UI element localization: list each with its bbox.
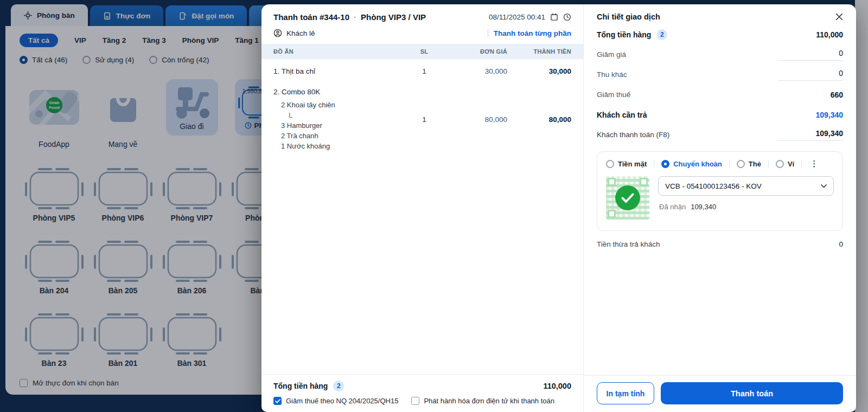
- bill-total-value: 110,000: [543, 382, 571, 390]
- amount-due-label: Khách cần trả: [597, 111, 647, 119]
- pay-button[interactable]: Thanh toán: [661, 382, 843, 404]
- method-label: Chuyển khoản: [673, 160, 722, 168]
- transaction-details-panel: Chi tiết giao dịch Tổng tiền hàng 2 110,…: [584, 4, 856, 412]
- item-name: 1. Thịt ba chỉ: [273, 67, 405, 75]
- chevron-down-icon: [821, 184, 827, 188]
- payment-title: Thanh toán #344-10: [273, 12, 349, 22]
- print-provisional-button[interactable]: In tạm tính: [597, 382, 654, 404]
- divider: [729, 160, 730, 168]
- radio-dot: [776, 160, 784, 168]
- bill-item-row[interactable]: 2. Combo 80K 2 Khoai tây chiên L 3 Hambu…: [273, 81, 571, 157]
- partial-payment-link[interactable]: Thanh toán từng phần: [494, 29, 571, 37]
- radio-dot: [737, 160, 745, 168]
- change-value: 0: [839, 240, 843, 248]
- radio-dot-selected: [661, 160, 669, 168]
- divider: [488, 29, 488, 37]
- total-value: 110,000: [816, 30, 843, 39]
- item-unit-price: 30,000: [443, 67, 507, 75]
- sub-item: 2 Khoai tây chiên: [273, 100, 405, 110]
- discount-label: Giảm giá: [597, 50, 626, 59]
- col-qty: SL: [405, 48, 443, 55]
- tax-reduction-checkbox[interactable]: Giảm thuế theo NQ 204/2025/QH15: [273, 397, 398, 405]
- calendar-icon[interactable]: [550, 13, 558, 21]
- customer-pays-input[interactable]: 109,340: [778, 129, 843, 141]
- payment-method-card: Tiền mặt Chuyển khoản Thẻ Ví ⋮: [597, 151, 843, 231]
- discount-input[interactable]: 0: [778, 49, 843, 61]
- bill-footer: Tổng tiền hàng 2 110,000 Giảm thuế theo …: [261, 374, 583, 412]
- item-total: 30,000: [507, 67, 571, 75]
- item-total: 80,000: [507, 115, 571, 124]
- item-count-badge: 2: [333, 381, 344, 391]
- qr-finder: [608, 210, 616, 218]
- divider: [801, 160, 802, 168]
- item-count-badge: 2: [656, 29, 667, 40]
- bill-datetime: 08/11/2025 00:41: [489, 13, 545, 21]
- col-item: ĐỒ ĂN: [273, 48, 405, 55]
- amount-due-row: Khách cần trả 109,340: [597, 105, 843, 125]
- customer-pays-label: Khách thanh toán (F8): [597, 131, 669, 139]
- sub-item: 3 Hamburger: [273, 120, 405, 131]
- details-title: Chi tiết giao dịch: [597, 12, 660, 21]
- dialog-actions: In tạm tính Thanh toán: [584, 375, 856, 412]
- received-label: Đã nhận: [659, 203, 686, 211]
- divider: [768, 160, 769, 168]
- payment-dialog: Thanh toán #344-10 · Phòng VIP3 / VIP 08…: [261, 4, 856, 412]
- amount-due-value: 109,340: [815, 111, 843, 119]
- other-fee-input[interactable]: 0: [778, 69, 843, 81]
- dot-separator: ·: [354, 12, 356, 22]
- clock-icon[interactable]: [563, 13, 571, 21]
- col-unit-price: ĐƠN GIÁ: [443, 48, 507, 55]
- item-qty: 1: [405, 67, 443, 75]
- details-total-row: Tổng tiền hàng 2 110,000: [597, 24, 843, 44]
- method-label: Ví: [788, 160, 794, 168]
- method-cash[interactable]: Tiền mặt: [606, 160, 647, 168]
- customer-name: Khách lẻ: [286, 29, 315, 37]
- checkbox-label: Giảm thuế theo NQ 204/2025/QH15: [286, 397, 398, 405]
- method-label: Tiền mặt: [618, 160, 647, 168]
- tax-reduction-value: 660: [831, 91, 843, 99]
- received-value: 109,340: [691, 203, 716, 211]
- bank-account-select[interactable]: VCB - 0541000123456 - KOV: [658, 176, 834, 196]
- bill-item-row[interactable]: 1. Thịt ba chỉ 1 30,000 30,000: [273, 60, 571, 81]
- more-methods-icon[interactable]: ⋮: [809, 159, 819, 169]
- customer-pays-row: Khách thanh toán (F8) 109,340: [597, 125, 843, 145]
- tax-reduction-label: Giảm thuế: [597, 91, 630, 99]
- sub-item: 1 Nước khoáng: [273, 141, 405, 151]
- bill-total-label: Tổng tiền hàng: [273, 382, 328, 390]
- change-label: Tiền thừa trả khách: [597, 240, 660, 248]
- change-row: Tiền thừa trả khách 0: [597, 240, 843, 248]
- combo-sub-items: 2 Khoai tây chiên L 3 Hamburger 2 Trà ch…: [273, 100, 405, 151]
- qr-finder: [640, 178, 648, 186]
- sub-item-option: L: [273, 110, 405, 120]
- other-fee-label: Thu khác: [597, 70, 627, 79]
- tax-reduction-row: Giảm thuế 660: [597, 85, 843, 105]
- bill-table-header: ĐỒ ĂN SL ĐƠN GIÁ THÀNH TIỀN: [261, 44, 583, 59]
- method-card[interactable]: Thẻ: [737, 160, 761, 168]
- customer-icon: [273, 29, 282, 37]
- item-name: 2. Combo 80K: [273, 88, 405, 96]
- bill-panel: Thanh toán #344-10 · Phòng VIP3 / VIP 08…: [261, 4, 584, 412]
- divider: [654, 160, 654, 168]
- method-bank-transfer[interactable]: Chuyển khoản: [661, 160, 722, 168]
- bank-account-value: VCB - 0541000123456 - KOV: [665, 182, 762, 190]
- discount-row: Giảm giá 0: [597, 44, 843, 65]
- room-name: Phòng VIP3 / VIP: [361, 12, 426, 22]
- customer-selector[interactable]: Khách lẻ: [273, 29, 315, 37]
- close-icon[interactable]: [835, 13, 843, 21]
- item-unit-price: 80,000: [443, 115, 507, 124]
- payment-success-check-icon: [615, 185, 640, 210]
- method-label: Thẻ: [749, 160, 761, 168]
- payment-qr-code: [606, 176, 649, 220]
- checkbox-label: Phát hành hóa đơn điện tử khi thanh toán: [424, 397, 554, 405]
- radio-dot: [606, 160, 614, 168]
- einvoice-checkbox[interactable]: Phát hành hóa đơn điện tử khi thanh toán: [411, 397, 554, 405]
- checkbox-checked: [273, 397, 282, 405]
- col-line-total: THÀNH TIỀN: [507, 48, 571, 55]
- checkbox-unchecked: [411, 397, 419, 405]
- sub-item: 2 Trà chanh: [273, 131, 405, 141]
- other-fee-row: Thu khác 0: [597, 65, 843, 85]
- total-label: Tổng tiền hàng: [597, 30, 651, 39]
- method-wallet[interactable]: Ví: [776, 160, 794, 168]
- qr-finder: [608, 178, 616, 186]
- item-qty: 1: [405, 115, 443, 124]
